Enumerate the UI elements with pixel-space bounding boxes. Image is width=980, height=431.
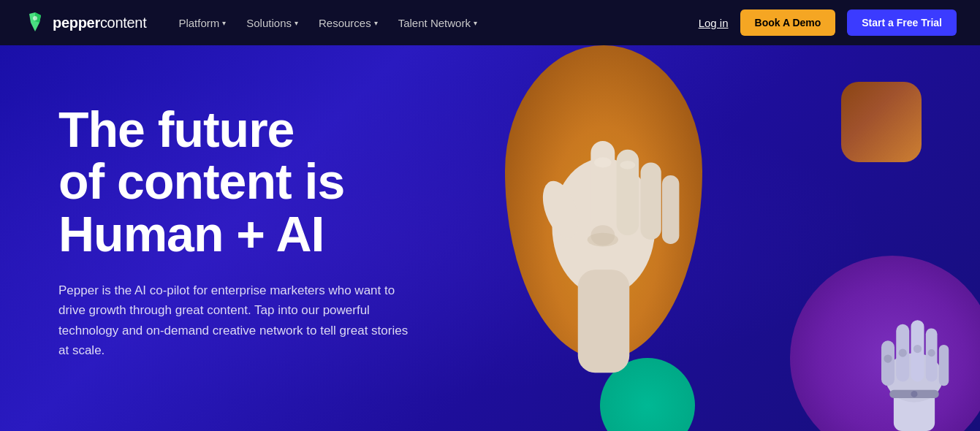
nav-item-talent-network[interactable]: Talent Network ▾ (390, 11, 486, 35)
hero-section: The future of content is Human + AI Pepp… (0, 45, 980, 431)
svg-rect-14 (881, 340, 894, 386)
svg-point-9 (594, 157, 612, 167)
hand-illustration (490, 45, 717, 381)
book-demo-button[interactable]: Book A Demo (740, 9, 836, 36)
chevron-down-icon: ▾ (222, 19, 226, 27)
robot-hand-illustration (863, 300, 965, 431)
navbar: peppercontent Platform ▾ Solutions ▾ Res… (0, 0, 980, 45)
logo-text: peppercontent (53, 15, 146, 31)
svg-rect-4 (590, 141, 615, 235)
hero-description: Pepper is the AI co-pilot for enterprise… (58, 281, 409, 360)
svg-rect-7 (641, 162, 661, 240)
svg-point-22 (928, 349, 935, 356)
nav-item-platform[interactable]: Platform ▾ (170, 11, 235, 35)
svg-rect-8 (662, 175, 680, 244)
svg-rect-18 (939, 345, 949, 386)
svg-rect-2 (578, 270, 630, 373)
svg-point-10 (620, 161, 635, 169)
chevron-down-icon: ▾ (374, 19, 378, 27)
logo[interactable]: peppercontent (23, 11, 146, 34)
start-trial-button[interactable]: Start a Free Trial (847, 9, 957, 36)
svg-point-0 (33, 16, 37, 20)
svg-point-19 (884, 354, 892, 362)
login-link[interactable]: Log in (699, 17, 729, 29)
hero-visuals (468, 45, 980, 431)
logo-icon (23, 11, 47, 34)
chevron-down-icon: ▾ (474, 19, 477, 27)
nav-left: peppercontent Platform ▾ Solutions ▾ Res… (23, 11, 486, 35)
brown-square-decoration (841, 82, 922, 162)
svg-point-21 (913, 345, 922, 353)
nav-links: Platform ▾ Solutions ▾ Resources ▾ Talen… (170, 11, 486, 35)
chevron-down-icon: ▾ (295, 19, 298, 27)
svg-point-11 (588, 233, 618, 247)
nav-item-resources[interactable]: Resources ▾ (310, 11, 387, 35)
nav-right: Log in Book A Demo Start a Free Trial (699, 9, 957, 36)
svg-point-20 (899, 349, 907, 357)
hero-title: The future of content is Human + AI (58, 104, 409, 260)
svg-point-24 (911, 391, 918, 397)
nav-item-solutions[interactable]: Solutions ▾ (238, 11, 307, 35)
hero-content: The future of content is Human + AI Pepp… (58, 104, 409, 360)
